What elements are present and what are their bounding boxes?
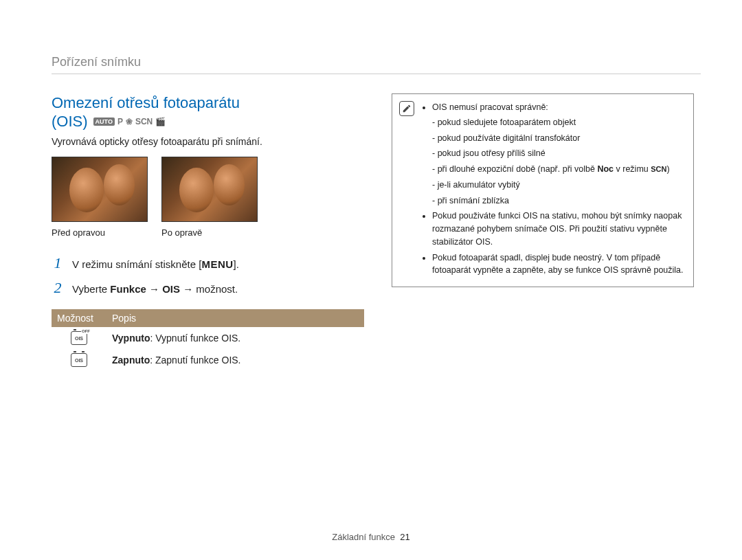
caption-row: Před opravou Po opravě: [52, 227, 364, 238]
note-s4e: ): [666, 164, 669, 174]
page-title-line2: (OIS) AUTO P ❀ SCN 🎬: [52, 113, 364, 131]
step-1-number: 1: [52, 254, 64, 272]
mode-p-icon: P: [117, 117, 123, 126]
ois-on-desc: Zapnuto: Zapnutí funkce OIS.: [106, 349, 364, 371]
step-2-arrow1: →: [146, 283, 162, 295]
photo-before: [52, 157, 148, 222]
note-list: OIS nemusí pracovat správně: pokud sledu…: [423, 101, 684, 277]
note-s4d: SCN: [651, 165, 666, 173]
step-2-b1: Funkce: [110, 283, 146, 295]
manual-page: Pořízení snímku Omezení otřesů fotoapará…: [0, 0, 742, 560]
ois-off-icon: OIS: [71, 331, 87, 345]
ois-off-text: : Vypnutí funkce OIS.: [150, 333, 240, 344]
step-2: 2 Vyberte Funkce → OIS → možnost.: [52, 279, 364, 297]
ois-off-label: Vypnuto: [112, 333, 150, 344]
page-title-line1: Omezení otřesů fotoaparátu: [52, 93, 364, 113]
pencil-note-icon: [402, 104, 412, 113]
note-icon: [399, 101, 414, 116]
step-2-post: → možnost.: [180, 283, 238, 295]
note-bullet-3: Pokud fotoaparát spadl, displej bude neo…: [432, 251, 684, 278]
mode-icons: AUTO P ❀ SCN 🎬: [93, 117, 166, 126]
footer-label: Základní funkce: [332, 532, 395, 542]
note-sub-5: je-li akumulátor vybitý: [432, 179, 684, 192]
note-sub-1: pokud sledujete fotoaparátem objekt: [432, 116, 684, 129]
step-1-post: ].: [234, 258, 239, 270]
note-box: OIS nemusí pracovat správně: pokud sledu…: [392, 93, 694, 287]
left-column: Omezení otřesů fotoaparátu (OIS) AUTO P …: [52, 93, 364, 371]
step-1-pre: V režimu snímání stiskněte [: [72, 258, 201, 270]
step-2-b2: OIS: [162, 283, 180, 295]
note-s4c: v režimu: [614, 164, 651, 174]
ois-on-text: : Zapnutí funkce OIS.: [150, 355, 240, 366]
step-2-number: 2: [52, 279, 64, 297]
mode-auto-icon: AUTO: [93, 117, 115, 126]
photo-after: [161, 157, 258, 222]
note-b1-text: OIS nemusí pracovat správně:: [432, 102, 548, 112]
ois-on-icon: OIS: [71, 353, 87, 367]
options-row-on: OIS Zapnuto: Zapnutí funkce OIS.: [52, 349, 364, 371]
note-bullet-2: Pokud použiváte funkci OIS na stativu, m…: [432, 210, 684, 248]
options-row-off: OIS Vypnuto: Vypnutí funkce OIS.: [52, 327, 364, 349]
note-sublist: pokud sledujete fotoaparátem objekt poku…: [432, 116, 684, 208]
page-columns: Omezení otřesů fotoaparátu (OIS) AUTO P …: [52, 93, 701, 371]
step-2-text: Vyberte Funkce → OIS → možnost.: [72, 283, 238, 295]
page-footer: Základní funkce 21: [0, 532, 742, 542]
caption-after: Po opravě: [161, 227, 258, 238]
note-sub-6: při snímání zblízka: [432, 194, 684, 208]
note-s4b: Noc: [597, 164, 614, 174]
note-bullet-1: OIS nemusí pracovat správně: pokud sledu…: [432, 101, 684, 207]
mode-plant-icon: ❀: [126, 117, 133, 126]
options-header-desc: Popis: [106, 309, 364, 327]
note-s4a: při dlouhé expoziční době (např. při vol…: [438, 164, 598, 174]
photo-row: [52, 157, 364, 222]
ois-off-desc: Vypnuto: Vypnutí funkce OIS.: [106, 327, 364, 349]
step-1-text: V režimu snímání stiskněte [MENU].: [72, 258, 239, 270]
step-1: 1 V režimu snímání stiskněte [MENU].: [52, 254, 364, 272]
caption-before: Před opravou: [52, 227, 148, 238]
mode-scn-icon: SCN: [135, 117, 153, 126]
section-header: Pořízení snímku: [52, 55, 701, 74]
ois-on-label: Zapnuto: [112, 355, 150, 366]
page-number: 21: [400, 532, 409, 542]
note-sub-3: pokud jsou otřesy příliš silné: [432, 147, 684, 160]
mode-movie-icon: 🎬: [155, 117, 166, 126]
options-header-row: Možnost Popis: [52, 309, 364, 327]
steps-list: 1 V režimu snímání stiskněte [MENU]. 2 V…: [52, 254, 364, 297]
title-ois: (OIS): [52, 113, 88, 131]
ois-on-icon-cell: OIS: [52, 349, 106, 371]
subtitle-text: Vyrovnává opticky otřesy fotoaparátu při…: [52, 136, 364, 147]
menu-key: MENU: [201, 258, 233, 270]
ois-off-icon-cell: OIS: [52, 327, 106, 349]
step-2-pre: Vyberte: [72, 283, 110, 295]
options-table: Možnost Popis OIS Vypnuto: Vypnutí funkc…: [52, 309, 364, 371]
options-header-option: Možnost: [52, 309, 106, 327]
note-sub-2: pokud používáte digitální transfokátor: [432, 132, 684, 145]
right-column: OIS nemusí pracovat správně: pokud sledu…: [392, 93, 694, 371]
note-sub-4: při dlouhé expoziční době (např. při vol…: [432, 163, 684, 176]
